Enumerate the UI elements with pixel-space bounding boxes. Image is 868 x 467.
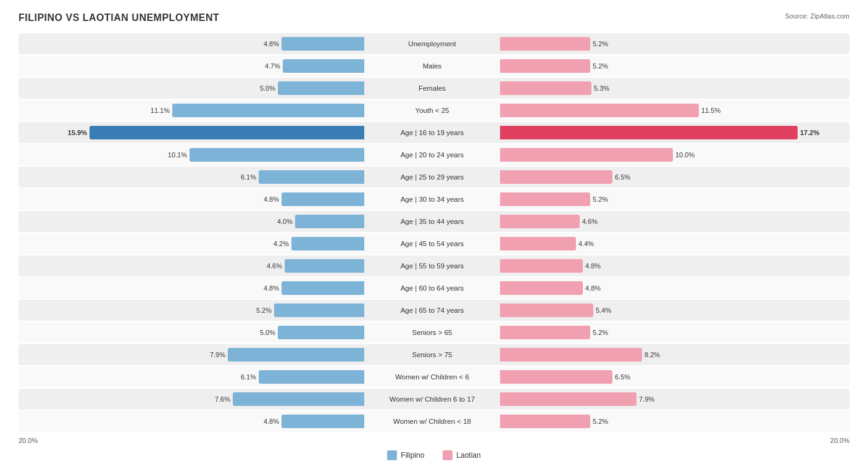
label-center: Age | 60 to 64 years [364, 284, 500, 292]
bar-right [500, 392, 636, 406]
val-right: 6.5% [615, 373, 630, 381]
right-side: 5.4% [500, 302, 846, 318]
chart-row: 4.0% Age | 35 to 44 years 4.6% [19, 211, 849, 232]
right-side: 4.4% [500, 236, 846, 252]
bars-wrapper: 4.0% Age | 35 to 44 years 4.6% [19, 211, 849, 232]
right-side: 17.2% [500, 125, 846, 141]
chart-row: 6.1% Age | 25 to 29 years 6.5% [19, 167, 849, 188]
val-left: 6.1% [241, 373, 256, 381]
bars-wrapper: 4.8% Unemployment 5.2% [19, 33, 849, 54]
bar-right [500, 348, 642, 362]
left-side: 7.9% [19, 347, 364, 363]
right-side: 5.2% [500, 413, 846, 429]
bar-left [233, 392, 364, 406]
bar-left [285, 259, 364, 273]
bars-wrapper: 4.8% Women w/ Children < 18 5.2% [19, 411, 849, 432]
chart-row: 4.8% Age | 60 to 64 years 4.8% [19, 278, 849, 299]
val-left: 5.2% [256, 307, 272, 314]
val-right: 5.4% [596, 307, 611, 314]
chart-row: 15.9% Age | 16 to 19 years 17.2% [19, 122, 849, 143]
right-side: 7.9% [500, 391, 846, 407]
right-side: 5.2% [500, 58, 846, 74]
bar-right [500, 370, 612, 384]
left-side: 4.6% [19, 258, 364, 274]
val-left: 4.8% [264, 418, 279, 425]
bar-left [282, 37, 364, 51]
label-center: Unemployment [364, 40, 500, 48]
val-left: 4.0% [277, 218, 293, 225]
bar-left [228, 348, 364, 362]
left-side: 6.1% [19, 369, 364, 385]
bar-right [500, 148, 673, 162]
bar-right [500, 281, 583, 295]
left-side: 6.1% [19, 169, 364, 185]
bars-wrapper: 4.8% Age | 30 to 34 years 5.2% [19, 189, 849, 210]
chart-row: 10.1% Age | 20 to 24 years 10.0% [19, 144, 849, 165]
chart-rows: 4.8% Unemployment 5.2% 4.7% Males 5.2% [19, 33, 849, 432]
legend: Filipino Laotian [19, 450, 849, 460]
bar-left [295, 215, 364, 228]
val-right: 10.0% [675, 151, 695, 159]
val-right: 4.6% [582, 218, 598, 225]
left-side: 4.8% [19, 36, 364, 52]
chart-row: 11.1% Youth < 25 11.5% [19, 100, 849, 121]
bar-right [500, 304, 593, 317]
chart-row: 5.0% Seniors > 65 5.2% [19, 322, 849, 343]
right-side: 5.2% [500, 36, 846, 52]
chart-header: FILIPINO VS LAOTIAN UNEMPLOYMENT Source:… [19, 12, 849, 23]
left-side: 5.0% [19, 324, 364, 341]
left-side: 4.8% [19, 413, 364, 429]
val-right: 4.8% [585, 262, 601, 270]
val-left: 4.8% [264, 284, 279, 292]
legend-filipino-box [387, 450, 397, 460]
bars-wrapper: 6.1% Women w/ Children < 6 6.5% [19, 366, 849, 387]
val-right: 5.2% [593, 196, 608, 203]
left-side: 10.1% [19, 147, 364, 163]
bar-left [282, 281, 364, 295]
left-side: 5.2% [19, 302, 364, 318]
left-side: 15.9% [19, 125, 364, 141]
bar-right [500, 237, 576, 250]
left-side: 7.6% [19, 391, 364, 407]
bars-wrapper: 10.1% Age | 20 to 24 years 10.0% [19, 144, 849, 165]
label-center: Age | 35 to 44 years [364, 218, 500, 225]
label-center: Seniors > 75 [364, 351, 500, 358]
bar-left [291, 237, 364, 250]
val-left: 4.8% [264, 196, 279, 203]
bars-wrapper: 5.0% Seniors > 65 5.2% [19, 322, 849, 343]
bars-wrapper: 11.1% Youth < 25 11.5% [19, 100, 849, 121]
label-center: Age | 16 to 19 years [364, 129, 500, 136]
bar-right [500, 415, 590, 428]
val-right: 7.9% [639, 395, 654, 403]
chart-row: 6.1% Women w/ Children < 6 6.5% [19, 366, 849, 387]
bars-wrapper: 4.8% Age | 60 to 64 years 4.8% [19, 278, 849, 299]
bars-wrapper: 4.2% Age | 45 to 54 years 4.4% [19, 233, 849, 254]
chart-row: 7.6% Women w/ Children 6 to 17 7.9% [19, 389, 849, 410]
bars-wrapper: 7.9% Seniors > 75 8.2% [19, 344, 849, 365]
val-right: 5.2% [593, 418, 608, 425]
bar-right [500, 126, 798, 139]
legend-laotian-box [443, 450, 453, 460]
axis-left-label: 20.0% [19, 437, 38, 444]
legend-filipino: Filipino [387, 450, 424, 460]
bar-right [500, 192, 590, 206]
axis-row: 20.0% 20.0% [19, 437, 849, 444]
label-center: Women w/ Children < 18 [364, 418, 500, 425]
chart-row: 5.0% Females 5.3% [19, 78, 849, 99]
val-right: 4.8% [585, 284, 601, 292]
bars-wrapper: 6.1% Age | 25 to 29 years 6.5% [19, 167, 849, 188]
label-center: Age | 55 to 59 years [364, 262, 500, 270]
legend-filipino-label: Filipino [401, 451, 424, 460]
val-left: 6.1% [241, 173, 256, 181]
bar-left [282, 192, 364, 206]
val-right: 5.2% [593, 40, 608, 48]
val-left: 4.8% [264, 40, 279, 48]
right-side: 5.2% [500, 324, 846, 341]
chart-container: FILIPINO VS LAOTIAN UNEMPLOYMENT Source:… [0, 0, 868, 467]
bar-left [259, 170, 364, 184]
label-center: Age | 30 to 34 years [364, 196, 500, 203]
chart-row: 4.7% Males 5.2% [19, 56, 849, 76]
val-right: 11.5% [701, 107, 720, 114]
chart-row: 4.6% Age | 55 to 59 years 4.8% [19, 255, 849, 276]
val-left: 4.2% [273, 240, 289, 247]
